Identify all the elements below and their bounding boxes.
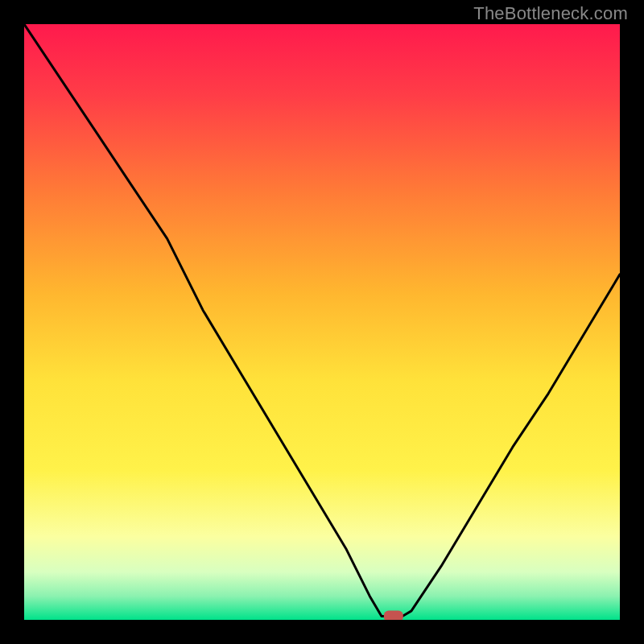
chart-frame: TheBottleneck.com — [0, 0, 644, 644]
gradient-background — [24, 24, 620, 620]
bottleneck-chart — [24, 24, 620, 620]
minimum-marker — [384, 611, 403, 620]
watermark-text: TheBottleneck.com — [473, 3, 628, 24]
